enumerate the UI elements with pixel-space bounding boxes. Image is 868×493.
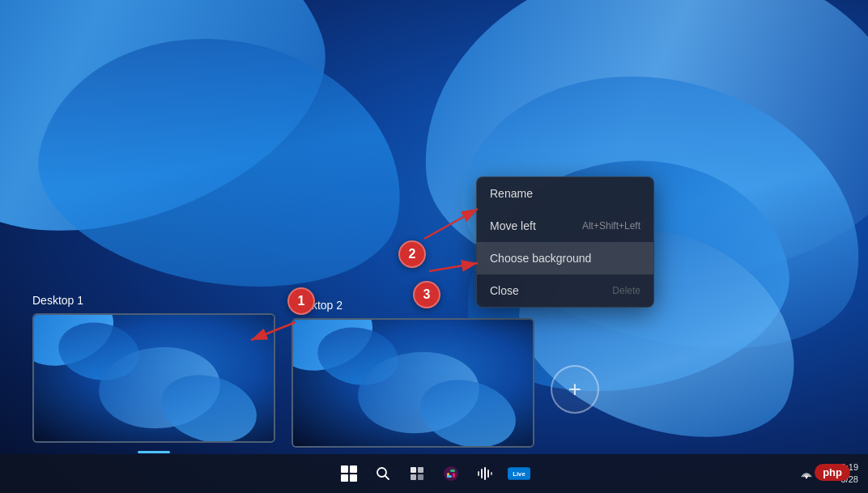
svg-rect-17 bbox=[484, 467, 486, 480]
desktop-2-preview[interactable] bbox=[291, 318, 534, 448]
desktop-1-preview[interactable] bbox=[32, 313, 275, 443]
annotation-badge-1: 1 bbox=[287, 287, 315, 315]
network-icon bbox=[800, 467, 813, 480]
svg-rect-18 bbox=[487, 470, 489, 478]
task-view-area: Desktop 1 Desktop 2 + bbox=[0, 292, 868, 454]
svg-rect-19 bbox=[491, 472, 492, 475]
svg-point-22 bbox=[806, 477, 807, 478]
desktop-1-label: Desktop 1 bbox=[32, 294, 83, 307]
context-menu-close[interactable]: Close Delete bbox=[477, 274, 653, 307]
annotation-badge-2: 2 bbox=[398, 240, 426, 268]
svg-rect-9 bbox=[418, 474, 423, 480]
svg-rect-12 bbox=[450, 470, 455, 472]
start-button[interactable] bbox=[334, 459, 364, 488]
search-button[interactable] bbox=[368, 459, 398, 488]
desktop-2-thumbnail[interactable]: Desktop 2 bbox=[291, 299, 534, 448]
svg-rect-7 bbox=[418, 467, 423, 473]
taskbar-center: Live bbox=[334, 459, 534, 488]
annotation-badge-3: 3 bbox=[413, 281, 440, 308]
svg-rect-13 bbox=[453, 473, 455, 478]
context-menu-choose-bg[interactable]: Choose background bbox=[477, 242, 653, 274]
context-menu-move-left[interactable]: Move left Alt+Shift+Left bbox=[477, 210, 653, 242]
task-view-button[interactable] bbox=[402, 459, 432, 488]
desktop-1-active-indicator bbox=[138, 451, 170, 453]
edge-live-button[interactable]: Live bbox=[504, 459, 534, 488]
desktop-1-thumbnail[interactable]: Desktop 1 bbox=[32, 294, 275, 453]
context-menu-rename[interactable]: Rename bbox=[477, 177, 653, 210]
context-menu: Rename Move left Alt+Shift+Left Choose b… bbox=[476, 176, 654, 308]
svg-rect-14 bbox=[447, 475, 452, 478]
svg-line-5 bbox=[385, 476, 389, 480]
taskbar-right: 13:19 3/28 php bbox=[800, 461, 858, 487]
svg-rect-8 bbox=[411, 474, 416, 480]
svg-point-10 bbox=[444, 466, 458, 481]
taskbar: Live 13:19 3/28 php bbox=[0, 454, 868, 493]
php-badge: php bbox=[815, 464, 850, 481]
add-desktop-button[interactable]: + bbox=[551, 365, 599, 414]
audio-waves-button[interactable] bbox=[470, 459, 500, 488]
svg-rect-6 bbox=[411, 467, 416, 473]
slack-button[interactable] bbox=[436, 459, 466, 488]
svg-text:Live: Live bbox=[513, 470, 525, 478]
svg-rect-15 bbox=[478, 471, 479, 476]
svg-rect-16 bbox=[481, 469, 483, 478]
